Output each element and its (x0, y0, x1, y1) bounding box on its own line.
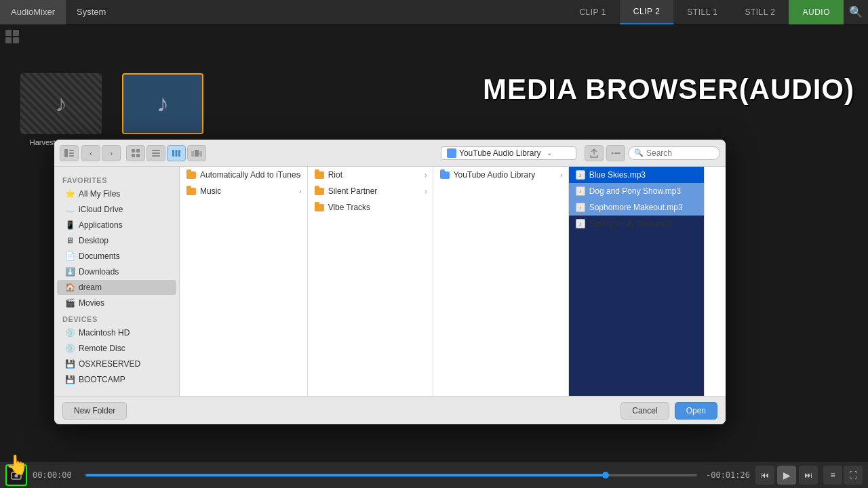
file-columns: Automatically Add to iTunes › Music › Ri… (180, 167, 726, 396)
menu-bar: AudioMixer System (0, 0, 117, 24)
favorites-section-label: Favorites (54, 172, 179, 186)
folder-icon (315, 171, 324, 179)
sidebar-item-applications[interactable]: 📱 Applications (57, 218, 176, 232)
svg-rect-13 (178, 150, 180, 157)
file-item-label: Spring In My Step.mp3 (589, 219, 672, 228)
music-note-icon: ♪ (55, 89, 67, 118)
audio-item-pucker[interactable]: ♪ Pucker_Up.mp3 (122, 73, 203, 146)
tab-audio[interactable]: AUDIO (789, 0, 844, 24)
audio-item-harvest[interactable]: ♪ Harvest_Time.mp3 (20, 73, 102, 146)
file-item-auto-itunes[interactable]: Automatically Add to iTunes › (180, 167, 307, 183)
sidebar-item-movies[interactable]: 🎬 Movies (57, 296, 176, 310)
sidebar-item-downloads[interactable]: ⬇️ Downloads (57, 264, 176, 279)
progress-bar[interactable] (85, 474, 697, 476)
arrow-icon: › (560, 171, 562, 179)
sidebar-item-label: Downloads (79, 267, 119, 277)
icon-view-btn[interactable] (126, 145, 145, 161)
svg-point-17 (612, 152, 614, 154)
tab-clip1[interactable]: CLIP 1 (566, 0, 619, 24)
svg-rect-5 (136, 149, 140, 152)
macintosh-icon: 💿 (65, 328, 75, 338)
view-toggle-buttons: ≡ ⛶ (823, 466, 863, 485)
view-buttons (126, 145, 206, 161)
file-item-sophomore[interactable]: ♪ Sophomore Makeout.mp3 (569, 199, 704, 216)
documents-icon: 📄 (65, 251, 75, 261)
svg-rect-4 (132, 149, 135, 152)
audio-file-icon: ♪ (576, 203, 585, 212)
file-item-blue-skies[interactable]: ♪ Blue Skies.mp3 (569, 167, 704, 183)
progress-scrubber[interactable] (602, 472, 609, 479)
new-folder-button[interactable]: New Folder (62, 402, 127, 420)
location-dropdown-icon[interactable]: ⌄ (547, 149, 552, 157)
folder-icon (186, 171, 196, 179)
icloud-icon: ☁️ (65, 205, 75, 214)
applications-icon: 📱 (65, 220, 75, 230)
audio-file-icon: ♪ (576, 186, 585, 196)
svg-rect-1 (69, 150, 74, 151)
footer-right-buttons: Cancel Open (620, 402, 717, 420)
arrow-icon: › (425, 171, 427, 179)
sidebar-item-icloud[interactable]: ☁️ iCloud Drive (57, 202, 176, 217)
forward-btn[interactable]: › (102, 145, 121, 161)
back-btn[interactable]: ‹ (81, 145, 100, 161)
tab-clip2[interactable]: CLIP 2 (620, 0, 673, 24)
sidebar-item-label: Documents (79, 251, 120, 261)
sidebar-item-documents[interactable]: 📄 Documents (57, 249, 176, 264)
search-box[interactable]: 🔍 (628, 146, 720, 160)
sidebar-item-label: Applications (79, 220, 123, 230)
arrow-icon: › (299, 171, 301, 179)
open-button[interactable]: Open (675, 402, 717, 420)
file-item-riot[interactable]: Riot › (308, 167, 433, 183)
menu-audiomixer[interactable]: AudioMixer (0, 0, 66, 24)
list-view-button[interactable]: ≡ (823, 466, 842, 485)
skip-back-button[interactable]: ⏮ (755, 466, 774, 485)
file-item-youtube-audio-library[interactable]: YouTube Audio Library › (433, 167, 568, 183)
bootcamp-icon: 💾 (65, 375, 75, 384)
sidebar-item-osxreserved[interactable]: 💾 OSXRESERVED (57, 357, 176, 371)
skip-forward-button[interactable]: ⏭ (799, 466, 818, 485)
fullscreen-button[interactable]: ⛶ (844, 466, 863, 485)
app-grid-icon[interactable] (5, 30, 19, 43)
browser-body: Favorites ⭐ All My Files ☁️ iCloud Drive… (54, 167, 726, 396)
dream-icon: 🏠 (65, 283, 75, 292)
file-item-label: Automatically Add to iTunes (200, 170, 300, 180)
file-column-2: Riot › Silent Partner › Vibe Tracks (308, 167, 433, 396)
search-icon[interactable]: 🔍 (844, 0, 868, 24)
devices-section-label: Devices (54, 311, 179, 325)
search-input[interactable] (646, 148, 714, 158)
sidebar-toggle-btn[interactable] (60, 145, 79, 161)
location-bar[interactable]: YouTube Audio Library ⌄ (441, 146, 576, 160)
sidebar-item-all-files[interactable]: ⭐ All My Files (57, 186, 176, 201)
tab-still1[interactable]: STILL 1 (673, 0, 731, 24)
file-column-4: ♪ Blue Skies.mp3 ♪ Dog and Pony Show.mp3… (569, 167, 705, 396)
file-item-label: Riot (328, 170, 342, 180)
file-item-vibe-tracks[interactable]: Vibe Tracks (308, 199, 433, 216)
sidebar-item-macintosh-hd[interactable]: 💿 Macintosh HD (57, 325, 176, 340)
action-btn[interactable] (606, 145, 625, 161)
list-view-btn[interactable] (146, 145, 165, 161)
media-browser-button[interactable] (5, 464, 27, 486)
cancel-button[interactable]: Cancel (620, 402, 669, 420)
sidebar-item-remote-disc[interactable]: 💿 Remote Disc (57, 341, 176, 356)
file-item-label: Silent Partner (328, 186, 378, 196)
play-button[interactable]: ▶ (777, 466, 796, 485)
sidebar-item-bootcamp[interactable]: 💾 BOOTCAMP (57, 372, 176, 387)
coverflow-view-btn[interactable] (187, 145, 206, 161)
remote-disc-icon: 💿 (65, 344, 75, 353)
column-view-btn[interactable] (167, 145, 186, 161)
svg-rect-7 (136, 154, 140, 157)
sidebar-item-desktop[interactable]: 🖥 Desktop (57, 233, 176, 248)
svg-rect-14 (195, 150, 199, 157)
svg-rect-12 (176, 150, 178, 157)
menu-system[interactable]: System (66, 0, 117, 24)
sidebar-item-dream[interactable]: 🏠 dream (57, 280, 176, 295)
tab-still2[interactable]: STILL 2 (731, 0, 789, 24)
svg-rect-16 (199, 151, 202, 157)
file-item-dog-pony[interactable]: ♪ Dog and Pony Show.mp3 (569, 183, 704, 199)
file-item-spring[interactable]: ♪ Spring In My Step.mp3 (569, 216, 704, 232)
file-item-silent-partner[interactable]: Silent Partner › (308, 183, 433, 199)
file-column-3: YouTube Audio Library › (433, 167, 569, 396)
share-btn[interactable] (585, 145, 604, 161)
search-input-icon: 🔍 (634, 148, 644, 157)
file-item-music[interactable]: Music › (180, 183, 307, 199)
